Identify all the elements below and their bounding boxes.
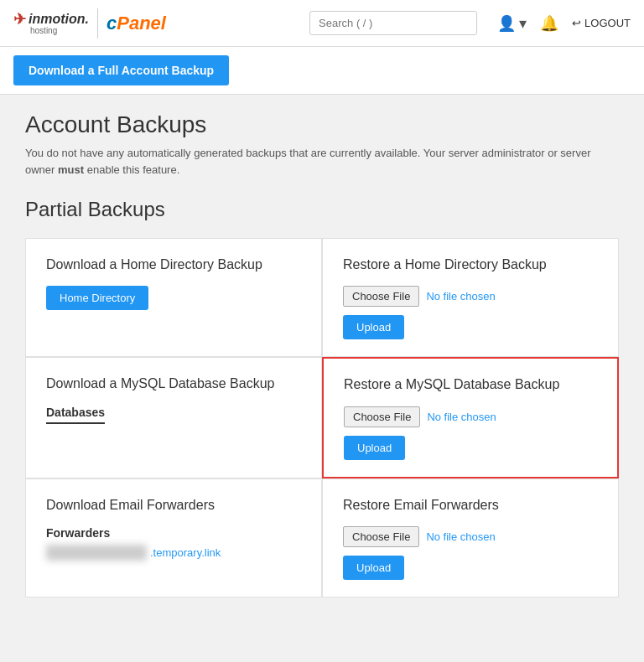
logout-label: LOGOUT [584, 17, 631, 29]
download-home-dir-title: Download a Home Directory Backup [46, 256, 301, 274]
main-content: Account Backups You do not have any auto… [0, 95, 644, 662]
restore-email-forwarders-cell: Restore Email Forwarders Choose File No … [322, 478, 619, 597]
restore-mysql-cell: Restore a MySQL Database Backup Choose F… [322, 357, 619, 478]
download-full-backup-button[interactable]: Download a Full Account Backup [13, 55, 229, 85]
user-dropdown-arrow: ▾ [519, 14, 527, 33]
logout-button[interactable]: ↩ LOGOUT [572, 17, 631, 29]
download-home-dir-cell: Download a Home Directory Backup Home Di… [25, 238, 322, 357]
download-email-forwarders-cell: Download Email Forwarders Forwarders XXX… [25, 478, 322, 597]
account-backups-note: You do not have any automatically genera… [25, 145, 619, 178]
forwarders-label: Forwarders [46, 526, 110, 540]
temp-link-suffix: .temporary.link [150, 546, 221, 559]
cpanel-logo: cPanel [106, 13, 166, 34]
mysql-choose-file-button[interactable]: Choose File [344, 406, 420, 427]
mysql-no-file-text: No file chosen [427, 411, 496, 423]
forwarders-choose-file-button[interactable]: Choose File [343, 526, 419, 547]
home-directory-button[interactable]: Home Directory [46, 286, 148, 310]
logo-arrow-icon: ✈ [13, 12, 26, 27]
note-must: must [58, 163, 84, 176]
logo-divider [97, 8, 98, 39]
logout-icon: ↩ [572, 17, 581, 29]
partial-backups-title: Partial Backups [25, 198, 619, 221]
restore-email-forwarders-title: Restore Email Forwarders [343, 496, 598, 515]
home-dir-choose-file-button[interactable]: Choose File [343, 286, 419, 307]
header: ✈ inmotion. hosting cPanel 👤 ▾ 🔔 ↩ LOGOU… [0, 0, 644, 47]
temp-link-blurred: XXXXXXXXXX [46, 545, 147, 561]
temp-link-row: XXXXXXXXXX .temporary.link [46, 545, 301, 561]
restore-mysql-title: Restore a MySQL Database Backup [344, 375, 597, 394]
logo-area: ✈ inmotion. hosting cPanel [13, 8, 166, 39]
search-input[interactable] [309, 11, 477, 35]
download-mysql-cell: Download a MySQL Database Backup Databas… [25, 357, 322, 478]
sub-header: Download a Full Account Backup [0, 47, 644, 95]
forwarders-upload-button[interactable]: Upload [343, 556, 404, 580]
restore-home-dir-title: Restore a Home Directory Backup [343, 256, 598, 274]
databases-label: Databases [46, 406, 105, 424]
home-dir-no-file-text: No file chosen [426, 290, 495, 303]
account-backups-title: Account Backups [25, 111, 619, 138]
download-email-forwarders-title: Download Email Forwarders [46, 496, 301, 515]
download-mysql-title: Download a MySQL Database Backup [46, 375, 301, 393]
forwarders-file-input-area: Choose File No file chosen [343, 526, 598, 547]
mysql-upload-button[interactable]: Upload [344, 436, 405, 460]
forwarders-no-file-text: No file chosen [426, 530, 495, 543]
restore-home-dir-cell: Restore a Home Directory Backup Choose F… [322, 238, 619, 357]
inmotion-logo: ✈ inmotion. hosting [13, 12, 89, 35]
search-box[interactable] [309, 11, 477, 35]
partial-backups-grid: Download a Home Directory Backup Home Di… [25, 238, 619, 597]
mysql-file-input-area: Choose File No file chosen [344, 406, 597, 427]
note-text-2: enable this feature. [84, 163, 179, 176]
home-dir-file-input-area: Choose File No file chosen [343, 286, 598, 307]
user-icon[interactable]: 👤 ▾ [497, 14, 527, 33]
inmotion-brand: inmotion. [29, 13, 89, 26]
bell-icon[interactable]: 🔔 [540, 14, 558, 33]
hosting-text: hosting [30, 27, 57, 35]
home-dir-upload-button[interactable]: Upload [343, 315, 404, 339]
header-actions: 👤 ▾ 🔔 ↩ LOGOUT [497, 14, 631, 33]
